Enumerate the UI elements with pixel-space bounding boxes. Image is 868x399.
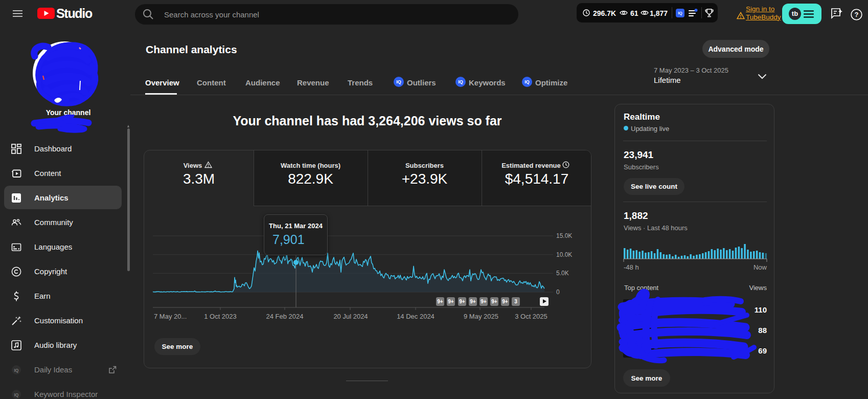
svg-text:?: ? bbox=[855, 11, 859, 18]
svg-text:IQ: IQ bbox=[14, 392, 19, 397]
svg-text:IQ: IQ bbox=[14, 368, 19, 373]
